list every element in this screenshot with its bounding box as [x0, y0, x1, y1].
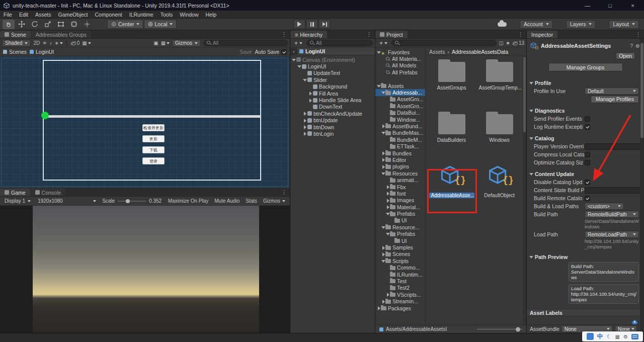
close-button[interactable]: × — [621, 0, 644, 11]
scale-slider[interactable]: Scale 0.352 — [100, 198, 164, 204]
project-tree-item[interactable]: Test — [375, 278, 425, 284]
cloud-collab-icon[interactable] — [498, 22, 507, 27]
expand-arrow-icon[interactable] — [308, 84, 312, 89]
ime-engine-icon[interactable] — [587, 333, 594, 340]
tab-scene[interactable]: Scene — [0, 31, 31, 38]
expand-arrow-icon[interactable] — [308, 105, 312, 109]
project-tree-item[interactable]: Window... — [375, 116, 425, 123]
shading-mode-dropdown[interactable]: Shaded — [2, 40, 31, 47]
menu-item[interactable]: Assets — [32, 12, 55, 18]
expand-arrow-icon[interactable] — [376, 83, 381, 88]
hierarchy-item[interactable]: Handle Slide Area — [290, 97, 375, 103]
breadcrumb-scenes[interactable]: Scenes — [3, 49, 27, 55]
project-tree-item[interactable]: Material... — [375, 204, 425, 210]
content-state-field[interactable] — [585, 187, 644, 194]
project-folder-item[interactable]: DataBuilders — [428, 110, 475, 162]
project-tree-item[interactable]: All Materia... — [375, 55, 425, 62]
expand-arrow-icon[interactable] — [302, 111, 307, 116]
custom-tool-icon[interactable] — [81, 20, 93, 29]
expand-arrow-icon[interactable] — [385, 97, 390, 102]
scene-viewport[interactable]: 检查并更新更新下载登录 — [0, 56, 290, 188]
project-tree-item[interactable]: Scenes — [375, 251, 425, 258]
profile-dropdown[interactable]: Default — [585, 88, 639, 95]
project-tree-item[interactable]: UI — [375, 217, 425, 224]
hierarchy-item[interactable]: btnCheckAndUpdate — [290, 110, 375, 117]
optimize-catalog-checkbox[interactable] — [585, 160, 590, 165]
load-path-dropdown[interactable]: RemoteLoadPath — [585, 231, 639, 238]
expand-arrow-icon[interactable] — [302, 71, 307, 75]
expand-arrow-icon[interactable] — [376, 50, 381, 54]
resolution-dropdown[interactable]: 1920x1080 — [35, 198, 99, 204]
move-tool-icon[interactable] — [16, 20, 28, 29]
project-search-input[interactable] — [401, 40, 493, 46]
project-tree-item[interactable]: Resources — [375, 170, 425, 177]
project-tree-item[interactable]: Prefabs — [375, 210, 425, 217]
expand-arrow-icon[interactable] — [381, 245, 385, 250]
project-tree-item[interactable]: Streamin... — [375, 298, 425, 304]
expand-arrow-icon[interactable] — [385, 117, 390, 122]
project-tree-item[interactable]: All Prefabs — [375, 69, 425, 75]
ui-slider-track[interactable] — [44, 115, 261, 118]
project-tree-item[interactable]: ETTask... — [375, 143, 425, 149]
effects-toggle-icon[interactable]: ∗ — [54, 40, 62, 46]
ime-language-indicator[interactable]: 中 — [597, 332, 603, 341]
snap-settings-icon[interactable]: ▦ — [161, 40, 170, 46]
expand-arrow-icon[interactable] — [381, 131, 385, 135]
play-button[interactable] — [293, 20, 305, 29]
expand-arrow-icon[interactable] — [381, 124, 385, 128]
create-asset-button[interactable]: + — [377, 40, 389, 47]
maximize-button[interactable]: □ — [599, 0, 621, 11]
ime-fullwidth-moon-icon[interactable]: ☾ — [607, 333, 612, 340]
expand-arrow-icon[interactable] — [381, 151, 385, 155]
rect-tool-icon[interactable] — [55, 20, 67, 29]
2d-toggle[interactable]: 2D — [33, 40, 40, 46]
hierarchy-item[interactable]: Slider — [290, 76, 375, 83]
project-tree-item[interactable]: Samples — [375, 244, 425, 250]
menu-item[interactable]: Help — [202, 12, 220, 18]
tab-game[interactable]: Game — [0, 189, 30, 196]
expand-arrow-icon[interactable] — [385, 198, 390, 203]
project-tree-item[interactable]: Fbx — [375, 184, 425, 190]
hidden-objects-count[interactable]: 0 — [70, 40, 80, 46]
expand-arrow-icon[interactable] — [381, 57, 385, 61]
expand-arrow-icon[interactable] — [385, 232, 390, 236]
expand-arrow-icon[interactable] — [302, 125, 307, 129]
rotate-tool-icon[interactable] — [29, 20, 41, 29]
expand-arrow-icon[interactable] — [385, 111, 390, 115]
project-tree-item[interactable]: UI — [375, 237, 425, 244]
build-load-paths-dropdown[interactable]: <custom> — [585, 203, 624, 210]
project-tree-item[interactable]: Test2 — [375, 285, 425, 291]
menu-item[interactable]: File — [0, 12, 16, 18]
project-tree-item[interactable]: Prefabs — [375, 231, 425, 237]
asset-labels-header[interactable]: Asset Labels — [527, 309, 644, 316]
foldout-diagnostics[interactable]: Diagnostics — [527, 106, 644, 115]
send-profiler-checkbox[interactable] — [585, 116, 590, 122]
project-tree-item[interactable]: BundleMas... — [375, 130, 425, 136]
expand-arrow-icon[interactable] — [385, 292, 390, 297]
tool-settings-icon[interactable]: ▣ — [153, 40, 158, 46]
expand-arrow-icon[interactable] — [385, 212, 390, 216]
expand-arrow-icon[interactable] — [381, 70, 385, 74]
zoom-knob[interactable] — [516, 327, 520, 331]
ui-button[interactable]: 下载 — [142, 146, 165, 153]
mute-audio-toggle[interactable]: Mute Audio — [214, 198, 239, 204]
foldout-content-update[interactable]: Content Update — [527, 169, 644, 178]
build-path-dropdown[interactable]: RemoteBuildPath — [585, 211, 639, 218]
expand-arrow-icon[interactable] — [385, 205, 390, 209]
hierarchy-item[interactable]: UpdateText — [290, 70, 375, 76]
tab-hierarchy[interactable]: ≡ Hierarchy — [290, 31, 327, 38]
auto-save-checkbox[interactable] — [281, 49, 287, 55]
expand-arrow-icon[interactable] — [390, 238, 394, 243]
foldout-path-preview[interactable]: Path Preview — [527, 252, 644, 261]
panel-menu-icon[interactable]: ⋮ — [281, 31, 287, 38]
project-tree-item[interactable]: Images — [375, 197, 425, 204]
game-gizmos-dropdown[interactable]: Gizmos — [263, 198, 285, 204]
expand-arrow-icon[interactable] — [381, 252, 385, 256]
expand-arrow-icon[interactable] — [302, 77, 307, 82]
ui-button[interactable]: 检查并更新 — [142, 124, 165, 131]
tab-addressables-groups[interactable]: Addressables Groups — [31, 31, 91, 38]
expand-arrow-icon[interactable] — [390, 218, 394, 223]
create-object-button[interactable]: + — [292, 40, 304, 47]
scale-tool-icon[interactable] — [42, 20, 54, 29]
expand-arrow-icon[interactable] — [381, 63, 385, 68]
